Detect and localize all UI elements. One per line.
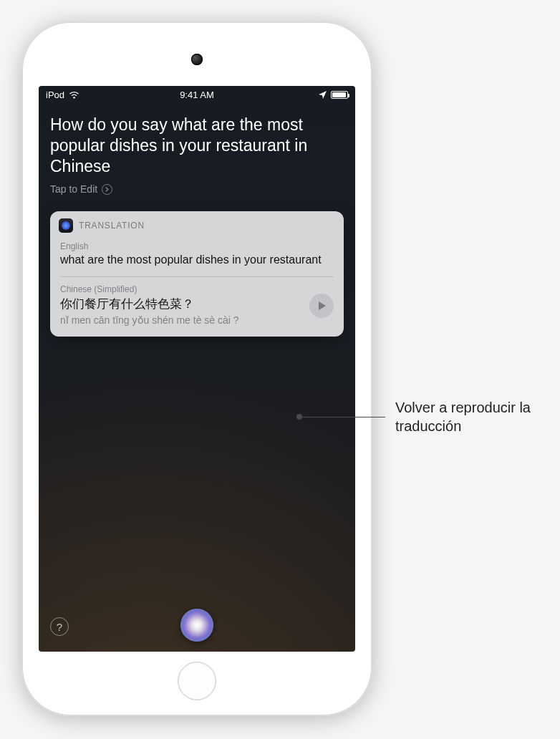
battery-icon (331, 91, 348, 99)
callout-text: Volver a reproducir la traducción (395, 398, 553, 435)
clock: 9:41 AM (39, 90, 355, 100)
target-language-label: Chinese (Simplified) (60, 284, 301, 294)
user-query: How do you say what are the most popular… (50, 115, 344, 176)
chevron-right-icon (102, 184, 112, 195)
source-text: what are the most popular dishes in your… (60, 253, 334, 268)
home-button[interactable] (178, 662, 216, 700)
siri-orb-button[interactable] (180, 609, 213, 642)
translation-card: TRANSLATION English what are the most po… (50, 211, 344, 337)
callout-line (299, 417, 385, 417)
status-bar: iPod 9:41 AM (39, 86, 355, 103)
siri-app-icon (59, 218, 73, 233)
front-camera (191, 54, 203, 65)
tap-to-edit-label: Tap to Edit (50, 183, 97, 195)
play-translation-button[interactable] (309, 294, 334, 318)
wifi-icon (69, 91, 79, 99)
location-icon (319, 91, 327, 99)
romanization-text: nǐ men cān tīng yǒu shén me tè sè cài ? (60, 314, 301, 327)
ipod-frame: iPod 9:41 AM How do you say what a (21, 21, 372, 716)
help-button[interactable]: ? (50, 617, 69, 636)
screen: iPod 9:41 AM How do you say what a (39, 86, 355, 652)
callout: Volver a reproducir la traducción (299, 398, 553, 435)
play-icon (317, 301, 327, 311)
card-title: TRANSLATION (79, 221, 145, 231)
translated-text: 你们餐厅有什么特色菜？ (60, 296, 301, 312)
question-mark-icon: ? (57, 621, 62, 633)
source-language-label: English (60, 241, 334, 251)
tap-to-edit-button[interactable]: Tap to Edit (50, 183, 112, 195)
carrier-label: iPod (46, 90, 64, 100)
